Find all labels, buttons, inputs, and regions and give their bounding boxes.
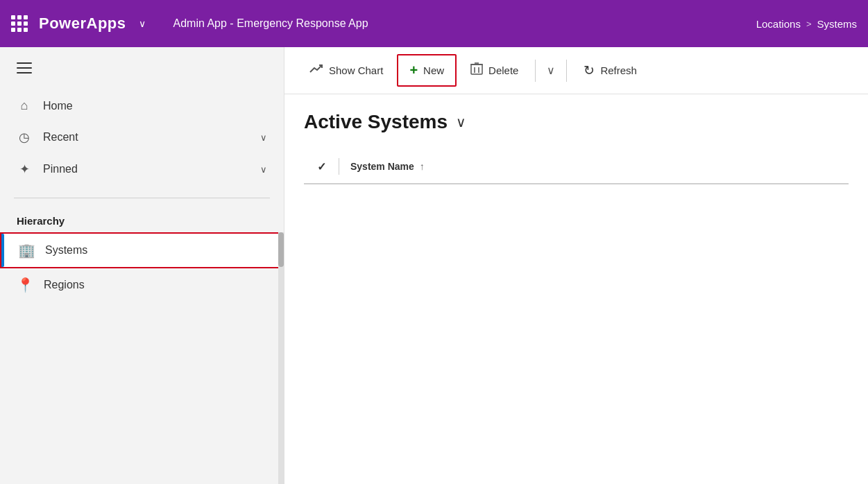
sort-icon[interactable]: ↑: [420, 161, 425, 172]
sidebar-recent-label: Recent: [43, 131, 249, 144]
sidebar-nav: ⌂ Home ◷ Recent ∨ ✦ Pinned ∨: [0, 83, 284, 192]
app-header: PowerApps ∨ Admin App - Emergency Respon…: [0, 0, 868, 47]
toolbar-separator: [535, 60, 536, 82]
sidebar-top: [0, 47, 284, 83]
sidebar-item-home[interactable]: ⌂ Home: [0, 90, 284, 121]
pinned-icon: ✦: [17, 162, 32, 177]
refresh-button[interactable]: ↻ Refresh: [572, 55, 648, 85]
sidebar-divider: [14, 198, 270, 198]
home-icon: ⌂: [17, 98, 32, 113]
sidebar-scrollbar[interactable]: [278, 232, 284, 484]
new-label: New: [423, 64, 444, 76]
breadcrumb-locations[interactable]: Locations: [756, 18, 801, 30]
sidebar-scrollbar-thumb: [278, 232, 284, 267]
pinned-chevron: ∨: [260, 164, 267, 175]
table-header: ✓ System Name ↑: [304, 150, 849, 184]
view-title-chevron[interactable]: ∨: [456, 114, 466, 130]
breadcrumb: Locations > Systems: [756, 18, 857, 30]
show-chart-button[interactable]: Show Chart: [298, 55, 394, 85]
breadcrumb-separator: >: [806, 19, 812, 29]
hamburger-button[interactable]: [14, 60, 35, 76]
hierarchy-section-label: Hierarchy: [0, 204, 284, 232]
main-content: Show Chart + New Delete: [284, 47, 868, 484]
sidebar-home-label: Home: [43, 100, 267, 112]
show-chart-icon: [309, 62, 323, 78]
table-name-column-header[interactable]: System Name ↑: [339, 161, 849, 172]
hamburger-line-3: [17, 72, 32, 74]
breadcrumb-systems[interactable]: Systems: [817, 18, 857, 30]
brand-chevron[interactable]: ∨: [139, 18, 146, 29]
toolbar-separator-2: [566, 60, 567, 82]
sidebar: ⌂ Home ◷ Recent ∨ ✦ Pinned ∨ Hierarchy 🏢…: [0, 47, 284, 484]
table-body: [304, 184, 849, 323]
sidebar-systems-label: Systems: [45, 244, 87, 257]
toolbar: Show Chart + New Delete: [284, 47, 868, 94]
sidebar-scroll-area: 🏢 Systems 📍 Regions: [0, 232, 284, 484]
delete-icon: [470, 62, 483, 79]
sidebar-item-systems[interactable]: 🏢 Systems: [0, 232, 284, 268]
app-name: Admin App - Emergency Response App: [173, 17, 745, 30]
delete-button[interactable]: Delete: [459, 55, 529, 86]
regions-icon: 📍: [17, 277, 34, 293]
refresh-icon: ↻: [584, 62, 595, 78]
new-icon: +: [409, 62, 418, 78]
recent-icon: ◷: [17, 130, 32, 145]
svg-rect-0: [471, 64, 482, 74]
sidebar-regions-label: Regions: [44, 279, 85, 291]
sidebar-item-pinned[interactable]: ✦ Pinned ∨: [0, 153, 284, 185]
brand-name: PowerApps: [39, 15, 126, 33]
waffle-menu[interactable]: [11, 15, 28, 32]
new-button[interactable]: + New: [397, 54, 457, 87]
main-layout: ⌂ Home ◷ Recent ∨ ✦ Pinned ∨ Hierarchy 🏢…: [0, 47, 868, 484]
system-name-header-label: System Name: [350, 161, 414, 172]
select-all-checkmark[interactable]: ✓: [317, 160, 326, 173]
show-chart-label: Show Chart: [329, 64, 383, 76]
recent-chevron: ∨: [260, 132, 267, 143]
sidebar-item-recent[interactable]: ◷ Recent ∨: [0, 121, 284, 153]
refresh-label: Refresh: [600, 64, 637, 76]
systems-icon: 🏢: [18, 242, 35, 259]
hamburger-line-1: [17, 62, 32, 64]
sidebar-item-regions[interactable]: 📍 Regions: [0, 268, 284, 302]
table-check-column[interactable]: ✓: [304, 160, 339, 173]
delete-label: Delete: [488, 64, 518, 76]
toolbar-dropdown[interactable]: ∨: [541, 57, 561, 84]
hamburger-line-2: [17, 67, 32, 69]
content-body: Active Systems ∨ ✓ System Name ↑: [284, 94, 868, 484]
view-title-row: Active Systems ∨: [304, 111, 849, 133]
view-title: Active Systems: [304, 111, 448, 133]
sidebar-pinned-label: Pinned: [43, 163, 249, 175]
active-indicator: [1, 234, 4, 267]
